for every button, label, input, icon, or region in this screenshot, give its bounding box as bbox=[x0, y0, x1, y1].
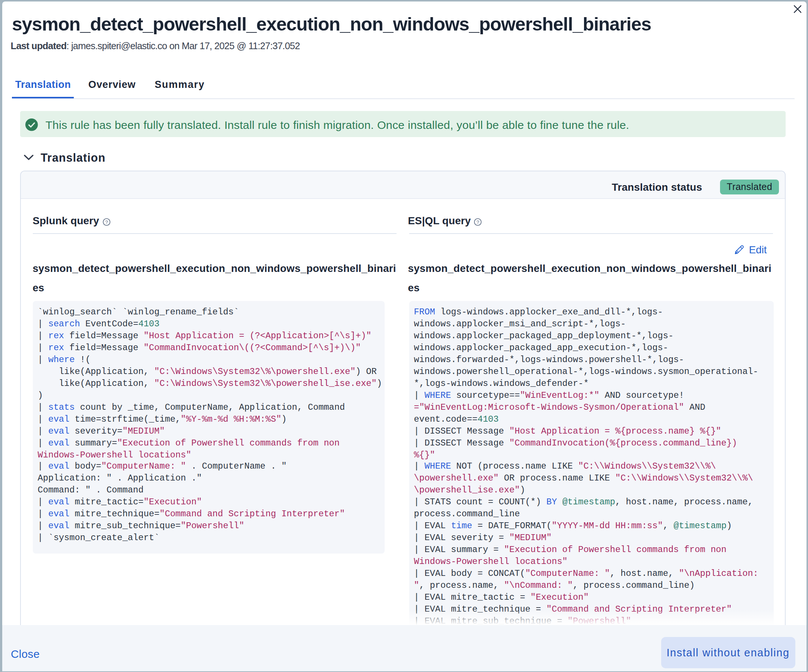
svg-text:?: ? bbox=[476, 219, 479, 225]
svg-text:?: ? bbox=[105, 219, 108, 225]
